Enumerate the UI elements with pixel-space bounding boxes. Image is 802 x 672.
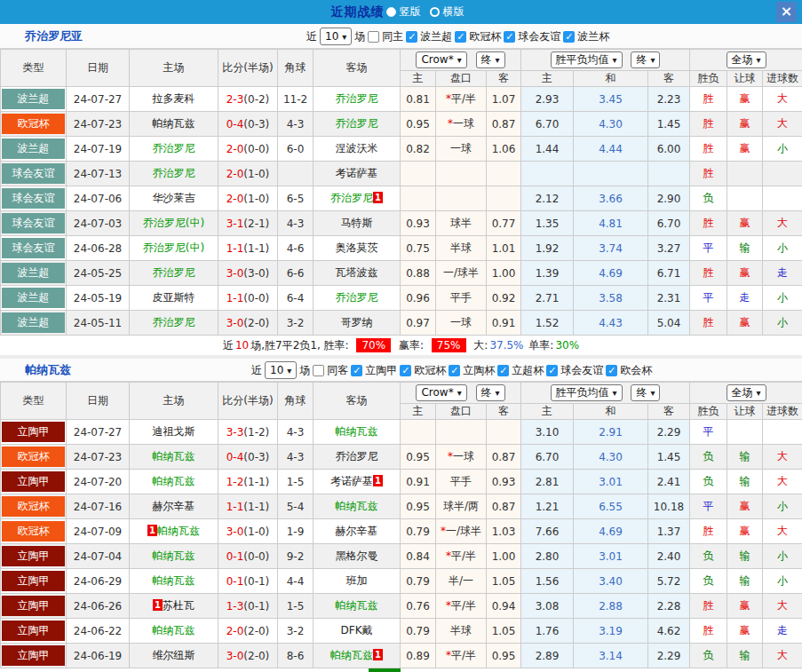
- score-cell: 1-1(0-0): [218, 286, 278, 311]
- avg-select[interactable]: 胜平负均值▾: [551, 51, 623, 68]
- matches-table-team2: 类型 日期 主场 比分(半场) 角球 客场 Crow*▾ 终▾ 胜平负均值▾ 终…: [0, 382, 802, 668]
- odds-home-cell: 0.93: [401, 211, 436, 236]
- goals-result-cell: 小: [763, 569, 802, 594]
- same-side-checkbox[interactable]: [313, 365, 324, 376]
- avg-away-cell: 6.70: [648, 211, 690, 236]
- league-checkbox[interactable]: [406, 31, 417, 43]
- outcome-cell: 胜: [690, 519, 727, 544]
- league-badge: 欧冠杯: [2, 496, 65, 517]
- league-checkbox[interactable]: [455, 31, 466, 43]
- away-team: 班加: [314, 569, 401, 594]
- avg-header: 胜平负均值▾ 终▾: [521, 50, 690, 71]
- odds-away-cell: 0.87: [487, 445, 521, 470]
- odds-home-cell: 0.95: [401, 112, 436, 137]
- same-side-checkbox[interactable]: [368, 31, 379, 43]
- odds-away-cell: 1.06: [487, 137, 521, 162]
- odds-source-header: Crow*▾ 终▾: [401, 383, 521, 404]
- avg-draw-cell: 3.74: [574, 236, 648, 261]
- odds-away-cell: 1.07: [487, 87, 521, 112]
- avg-home-cell: 1.56: [521, 569, 574, 594]
- corners-cell: 4-4: [278, 569, 314, 594]
- handicap-result-cell: 输: [727, 644, 763, 668]
- avg-home-cell: 6.70: [521, 445, 574, 470]
- date-cell: 24-07-19: [67, 137, 130, 162]
- outcome-cell: 负: [690, 569, 727, 594]
- home-team: 1苏杜瓦: [130, 594, 218, 619]
- league-checkbox[interactable]: [400, 365, 411, 376]
- col-goals: 进球数: [763, 71, 802, 87]
- league-checkbox[interactable]: [504, 31, 515, 43]
- score-cell: 3-0(2-0): [218, 644, 278, 668]
- avg-away-cell: 2.29: [648, 644, 690, 668]
- handicap-result-cell: 赢: [727, 261, 763, 286]
- table-row: 波兰超 24-05-19 皮亚斯特 1-1(0-0) 6-4 乔治罗尼 0.96…: [1, 286, 802, 311]
- filter-bar: 近 10▾ 场 同客 立陶甲欧冠杯立陶杯立超杯球会友谊欧会杯: [251, 361, 652, 379]
- avg-select[interactable]: 胜平负均值▾: [551, 384, 623, 401]
- score-cell: 3-1(2-1): [218, 211, 278, 236]
- final-avg-select[interactable]: 终▾: [631, 51, 660, 68]
- final-avg-select[interactable]: 终▾: [631, 384, 660, 401]
- avg-away-cell: 5.04: [648, 311, 690, 336]
- handicap-result-cell: 赢: [727, 594, 763, 619]
- handicap-cell: 一球: [436, 137, 487, 162]
- goals-result-cell: 小: [763, 236, 802, 261]
- odds-away-cell: 0.87: [487, 494, 521, 519]
- games-label: 场: [299, 363, 310, 378]
- date-cell: 24-06-29: [67, 569, 130, 594]
- league-checkbox-label: 欧冠杯: [414, 363, 446, 378]
- near-label: 近: [306, 29, 317, 44]
- final-odds-select[interactable]: 终▾: [476, 51, 505, 68]
- date-cell: 24-07-03: [67, 211, 130, 236]
- near-select[interactable]: 10▾: [320, 28, 352, 45]
- col-score: 比分(半场): [218, 50, 278, 87]
- outcome-cell: 胜: [690, 162, 727, 186]
- away-team: 帕纳瓦兹: [314, 494, 401, 519]
- odds-home-cell: 0.95: [401, 445, 436, 470]
- table-row: 波兰超 24-05-25 乔治罗尼 3-0(3-0) 6-6 瓦塔波兹 0.88…: [1, 261, 802, 286]
- chevron-down-icon: ▾: [457, 55, 462, 65]
- league-checkbox[interactable]: [497, 365, 509, 376]
- goals-result-cell: 小: [763, 311, 802, 336]
- league-checkbox[interactable]: [449, 365, 460, 376]
- avg-home-cell: 1.39: [521, 261, 574, 286]
- chevron-down-icon: ▾: [287, 366, 291, 376]
- odds-source-select[interactable]: Crow*▾: [416, 51, 466, 68]
- corners-cell: [278, 162, 314, 186]
- close-icon[interactable]: ×: [776, 2, 797, 22]
- league-badge: 欧冠杯: [2, 447, 65, 467]
- goals-result-cell: 大: [763, 112, 802, 137]
- goals-result-cell: 大: [763, 470, 802, 494]
- league-checkbox[interactable]: [546, 365, 558, 376]
- league-checkbox[interactable]: [606, 365, 617, 376]
- col-result: 胜负: [690, 404, 727, 420]
- league-checkbox[interactable]: [351, 365, 362, 376]
- home-team: 帕纳瓦兹: [130, 112, 218, 137]
- avg-away-cell: 5.72: [648, 569, 690, 594]
- table-row: 立陶甲 24-07-04 帕纳瓦兹 0-1(0-0) 9-2 黑格尔曼 0.84…: [1, 544, 802, 569]
- score-cell: 2-0(1-0): [218, 162, 278, 186]
- col-avg-draw: 和: [574, 71, 648, 87]
- scope-select[interactable]: 全场▾: [727, 51, 766, 68]
- odds-away-cell: 0.95: [487, 644, 521, 668]
- handicap-result-cell: 赢: [727, 494, 763, 519]
- league-badge: 立陶甲: [2, 621, 65, 641]
- radio-vertical-view[interactable]: [386, 7, 396, 17]
- odds-away-cell: 1.05: [487, 569, 521, 594]
- away-team: 乔治罗尼: [314, 286, 401, 311]
- near-select[interactable]: 10▾: [265, 361, 297, 379]
- col-avg-home: 主: [521, 404, 574, 420]
- odds-home-cell: 0.97: [401, 311, 436, 336]
- away-team: 黑格尔曼: [314, 544, 401, 569]
- avg-home-cell: 6.70: [521, 112, 574, 137]
- scope-select[interactable]: 全场▾: [727, 384, 766, 401]
- league-checkbox[interactable]: [563, 31, 575, 43]
- league-checkbox-label: 立陶甲: [365, 363, 397, 378]
- league-checkbox-label: 球会友谊: [560, 363, 603, 378]
- odds-source-select[interactable]: Crow*▾: [416, 384, 466, 401]
- final-odds-select[interactable]: 终▾: [476, 384, 505, 401]
- radio-vertical-label: 竖版: [400, 4, 421, 20]
- score-cell: 1-2(1-1): [218, 470, 278, 494]
- red-number-badge: 1: [147, 525, 157, 536]
- radio-horizontal-view[interactable]: [430, 7, 440, 17]
- avg-draw-cell: 4.69: [574, 519, 648, 544]
